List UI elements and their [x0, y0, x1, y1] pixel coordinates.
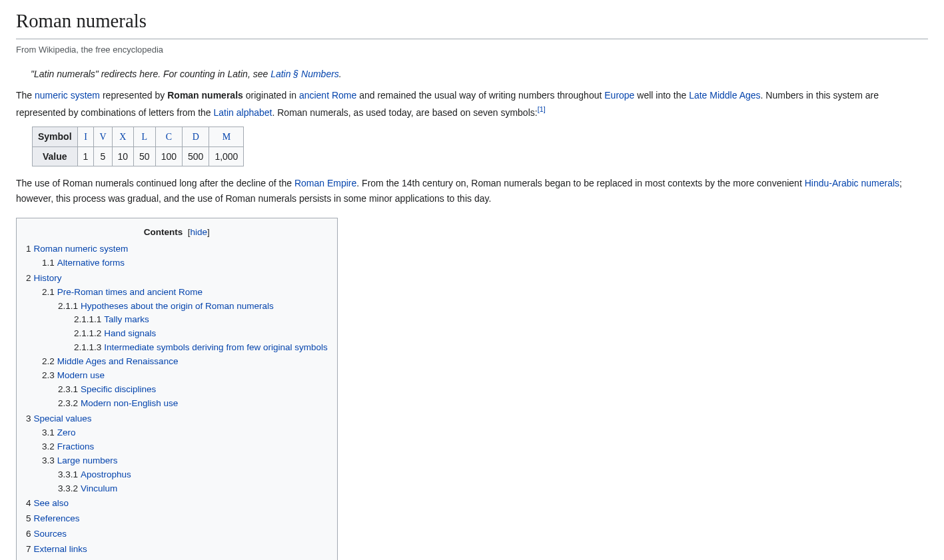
- symbol-L[interactable]: L: [142, 132, 148, 142]
- link-roman-empire[interactable]: Roman Empire: [294, 178, 356, 188]
- toc-item: 2History2.1Pre-Roman times and ancient R…: [26, 272, 328, 411]
- link-latin-alphabet[interactable]: Latin alphabet: [213, 107, 272, 117]
- toc-item: 5References: [26, 512, 328, 526]
- toc-sublist: 2.1.1Hypotheses about the origin of Roma…: [42, 300, 328, 356]
- page-title: Roman numerals: [16, 5, 928, 39]
- toc-number: 3.3.2: [58, 483, 78, 493]
- symbol-X[interactable]: X: [119, 132, 126, 142]
- toc-item: 3.3.2Vinculum: [58, 482, 328, 496]
- hatnote-suffix: .: [339, 69, 342, 79]
- value-cell: 500: [183, 147, 209, 166]
- toc-number: 2.1: [42, 287, 55, 297]
- toc-sublist: 2.3.1Specific disciplines2.3.2Modern non…: [42, 383, 328, 411]
- toc-link[interactable]: External links: [34, 544, 87, 554]
- toc-item: 3.1Zero: [42, 426, 328, 440]
- symbol-C[interactable]: C: [166, 132, 172, 142]
- toc-number: 2.1.1: [58, 301, 78, 311]
- toc-sublist: 3.3.1Apostrophus3.3.2Vinculum: [42, 468, 328, 496]
- link-ancient-rome[interactable]: ancient Rome: [299, 90, 356, 101]
- toc-sublist: 2.1.1.1Tally marks2.1.1.2Hand signals2.1…: [58, 313, 328, 355]
- toc-number: 3.2: [42, 441, 55, 451]
- toc-item: 7External links: [26, 543, 328, 557]
- table-header-value: Value: [33, 147, 78, 166]
- toc-number: 2.1.1.2: [74, 328, 101, 338]
- toc-number: 3: [26, 414, 31, 423]
- hatnote-text: "Latin numerals" redirects here. For cou…: [31, 69, 270, 79]
- toc-hide-link[interactable]: hide: [191, 227, 208, 237]
- toc-item: 1.1Alternative forms: [42, 256, 328, 270]
- toc-number: 3.3.1: [58, 469, 78, 479]
- hatnote-link[interactable]: Latin § Numbers: [270, 69, 339, 79]
- citation-1[interactable]: [1]: [538, 105, 546, 113]
- toc-number: 2.1.1.1: [74, 314, 101, 324]
- toc-number: 2.3: [42, 370, 55, 380]
- toc-item: 4See also: [26, 497, 328, 511]
- toc-link[interactable]: Alternative forms: [57, 258, 125, 268]
- toc-number: 5: [26, 513, 31, 523]
- table-row-symbol: Symbol I V X L C D M: [33, 127, 244, 146]
- toc-item: 3.2Fractions: [42, 440, 328, 454]
- link-late-middle-ages[interactable]: Late Middle Ages: [689, 90, 760, 101]
- toc-number: 2.3.1: [58, 384, 78, 394]
- toc-sublist: 3.1Zero3.2Fractions3.3Large numbers3.3.1…: [26, 426, 328, 496]
- toc-number: 6: [26, 529, 31, 539]
- link-europe[interactable]: Europe: [604, 90, 634, 101]
- toc-sublist: 2.1Pre-Roman times and ancient Rome2.1.1…: [26, 286, 328, 411]
- toc-item: 2.3Modern use2.3.1Specific disciplines2.…: [42, 369, 328, 411]
- symbol-M[interactable]: M: [223, 132, 231, 142]
- table-header-symbol: Symbol: [33, 127, 78, 146]
- toc-link[interactable]: Intermediate symbols deriving from few o…: [104, 342, 327, 352]
- toc-item: 2.1.1.3Intermediate symbols deriving fro…: [74, 341, 328, 355]
- toc-link[interactable]: Vinculum: [81, 483, 117, 493]
- toc-item: 2.1.1Hypotheses about the origin of Roma…: [58, 300, 328, 356]
- toc-link[interactable]: See also: [34, 498, 69, 508]
- toc-link[interactable]: References: [34, 513, 80, 523]
- toc-number: 7: [26, 544, 31, 554]
- symbol-V[interactable]: V: [99, 132, 106, 142]
- toc-link[interactable]: Modern use: [57, 370, 105, 380]
- toc-link[interactable]: Modern non-English use: [81, 398, 178, 408]
- toc-link[interactable]: Middle Ages and Renaissance: [57, 356, 179, 366]
- toc-link[interactable]: History: [34, 273, 62, 283]
- toc-link[interactable]: Zero: [57, 427, 76, 437]
- toc-link[interactable]: Sources: [34, 529, 67, 539]
- lead-paragraph-2: The use of Roman numerals continued long…: [16, 176, 928, 206]
- table-of-contents: Contents [hide] 1Roman numeric system1.1…: [16, 218, 338, 560]
- toc-link[interactable]: Fractions: [57, 441, 95, 451]
- toc-number: 2.2: [42, 356, 55, 366]
- toc-item: 3Special values3.1Zero3.2Fractions3.3Lar…: [26, 412, 328, 496]
- link-numeric-system[interactable]: numeric system: [35, 90, 100, 101]
- toc-link[interactable]: Hypotheses about the origin of Roman num…: [81, 301, 274, 311]
- symbols-table: Symbol I V X L C D M Value 1 5 10 50 100…: [32, 127, 244, 167]
- toc-list: 1Roman numeric system1.1Alternative form…: [26, 242, 328, 557]
- toc-link[interactable]: Special values: [34, 414, 92, 423]
- toc-link[interactable]: Roman numeric system: [34, 244, 129, 254]
- toc-number: 3.1: [42, 427, 55, 437]
- toc-link[interactable]: Tally marks: [104, 314, 149, 324]
- toc-number: 1.1: [42, 258, 55, 268]
- toc-sublist: 1.1Alternative forms: [26, 256, 328, 270]
- toc-number: 3.3: [42, 455, 55, 465]
- value-cell: 5: [94, 147, 112, 166]
- toc-item: 3.3.1Apostrophus: [58, 468, 328, 482]
- toc-link[interactable]: Hand signals: [104, 328, 156, 338]
- toc-number: 1: [26, 244, 31, 254]
- symbol-D[interactable]: D: [193, 132, 199, 142]
- toc-item: 2.3.1Specific disciplines: [58, 383, 328, 397]
- hatnote: "Latin numerals" redirects here. For cou…: [16, 67, 928, 81]
- toc-link[interactable]: Large numbers: [57, 455, 118, 465]
- toc-number: 2.1.1.3: [74, 342, 101, 352]
- lead-paragraph-1: The numeric system represented by Roman …: [16, 88, 928, 119]
- value-cell: 100: [155, 147, 182, 166]
- value-cell: 1,000: [209, 147, 244, 166]
- toc-link[interactable]: Apostrophus: [81, 469, 131, 479]
- toc-number: 4: [26, 498, 31, 508]
- toc-item: 2.1.1.1Tally marks: [74, 313, 328, 327]
- toc-number: 2: [26, 273, 31, 283]
- bold-roman-numerals: Roman numerals: [167, 90, 243, 101]
- symbol-I[interactable]: I: [84, 132, 87, 142]
- toc-link[interactable]: Pre-Roman times and ancient Rome: [57, 287, 203, 297]
- link-hindu-arabic-numerals[interactable]: Hindu-Arabic numerals: [805, 178, 899, 188]
- toc-item: 1Roman numeric system1.1Alternative form…: [26, 242, 328, 270]
- toc-link[interactable]: Specific disciplines: [81, 384, 156, 394]
